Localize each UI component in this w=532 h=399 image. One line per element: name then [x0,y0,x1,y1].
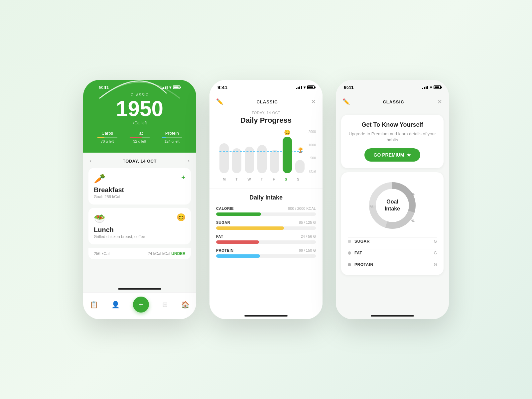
modal-header-3: ✏️ CLASSIC ✕ [336,93,449,111]
wifi-icon-3: ▾ [430,85,432,90]
donut-chart: % % % GoalIntake [366,179,419,232]
intake-section: Daily Intake CALORIE 900 / 2000 KCAL SUG… [209,189,323,315]
add-breakfast-button[interactable]: + [181,173,186,182]
status-bar-3: 9:41 ▾ [336,80,449,93]
protein-label: PROTEIN [216,248,233,252]
fat-track [216,240,316,244]
nav-overview-icon[interactable]: ⊞ [162,301,168,309]
date-nav: ‹ TODAY, 14 OCT › [83,153,196,168]
home-indicator [118,288,161,290]
go-premium-button[interactable]: GO PREMIUM ★ [364,148,421,162]
protein-track [216,254,316,258]
lunch-status-icon: 😊 [177,213,186,222]
wifi-icon-2: ▾ [304,85,306,90]
edit-icon-3[interactable]: ✏️ [342,98,350,105]
macro-fat-left: 32 g left [130,139,150,143]
home-indicator-3 [371,315,414,317]
macro-fat: Fat 32 g left [130,131,150,143]
chart-y-labels: 2000 1000 500 kCal [309,130,316,173]
prev-day-arrow[interactable]: ‹ [90,158,91,164]
sugar-fill [216,226,284,230]
chart-bar-s2 [295,160,305,173]
chart-label-f: F [273,177,275,181]
sugar-value: 85 / 125 G [299,220,316,224]
nav-diary-icon[interactable]: 📋 [90,301,98,309]
meal-summary: 256 kCal 24 kCal kCal UNDER [88,248,191,259]
svg-text:%: % [370,205,373,209]
modal-title-3: CLASSIC [383,99,404,104]
protain-legend-value: G [434,262,437,267]
progress-title: Daily Progress [216,116,316,125]
signal-icon-2 [296,86,302,89]
sugar-track [216,226,316,230]
chart-bar-s1 [283,137,292,173]
calorie-track [216,212,316,216]
nav-profile-icon[interactable]: 👤 [111,301,120,309]
protein-value: 66 / 150 G [299,248,316,252]
legend-protain: PROTAIN G [348,261,437,268]
total-kcal: 256 kCal [94,251,109,256]
date-title: TODAY, 14 OCT [123,159,157,164]
bottom-nav: 📋 👤 + ⊞ 🏠 [83,292,196,319]
lunch-desc: Grilled chicken breast, coffee [94,234,186,239]
chart-label-m: M [223,177,226,181]
intake-title: Daily Intake [216,194,316,201]
phone-progress: 9:41 ▾ ✏️ CLASSIC ✕ TODAY, 14 OCT Daily … [209,80,323,319]
chart-bar-f [270,150,279,173]
home-indicator-2 [244,315,288,317]
status-icons-2: ▾ [296,85,315,90]
breakfast-card: 🥕 + Breakfast Goal: 256 kCal [88,168,191,204]
kcal-label: kCal left [91,121,188,125]
battery-icon-3 [434,85,441,89]
fat-legend-name: FAT [354,251,362,255]
lunch-name: Lunch [94,226,186,234]
status-icons-3: ▾ [422,85,441,90]
chart-bars: 🏆 [219,130,313,173]
chart-label-s1: S [285,177,287,181]
status-time-3: 9:41 [344,84,354,90]
macro-carbs: Carbs 70 g left [97,131,117,143]
premium-card: Get To Know Yourself Upgrade to Premium … [341,115,444,168]
chart-bar-w [245,147,254,173]
macros-row: Carbs 70 g left Fat 32 g left Protein 12… [91,131,188,143]
legend-sugar: SUGAR G [348,237,437,245]
next-day-arrow[interactable]: › [188,158,190,164]
protein-intake: PROTEIN 66 / 150 G [216,248,316,258]
chart-label-s2: S [297,177,299,181]
svg-text:%: % [411,192,415,196]
sugar-label: SUGAR [216,220,230,224]
chart-bar-t1 [232,148,241,173]
macro-protein: Protein 124 g left [162,131,182,143]
nav-recipes-icon[interactable]: 🏠 [181,301,190,309]
lunch-emoji: 🥗 [94,213,105,224]
protain-legend-name: PROTAIN [354,262,373,267]
breakfast-name: Breakfast [94,186,186,194]
phone-premium: 9:41 ▾ ✏️ CLASSIC ✕ Get To Know Yourself… [336,80,449,319]
weekly-chart: 🏆 [216,130,316,183]
close-icon[interactable]: ✕ [311,98,316,105]
star-icon: ★ [407,152,411,158]
calorie-intake: CALORIE 900 / 2000 KCAL [216,206,316,216]
trophy-icon: 🏆 [298,147,303,153]
fat-intake: FAT 24 / 56 G [216,234,316,244]
modal-title-2: CLASSIC [256,99,278,104]
chart-label-t1: T [235,177,238,181]
chart-labels: M T W T F S S [219,176,313,181]
status-time-2: 9:41 [217,84,227,90]
calorie-number: 1950 [91,98,188,119]
phone-tracker: 9:41 ▾ CLASSIC 1950 kCal left Carbs [83,80,196,319]
add-food-fab[interactable]: + [133,297,149,313]
edit-icon[interactable]: ✏️ [216,98,223,105]
macro-protein-name: Protein [162,131,182,136]
chart-bar-t2 [257,145,267,173]
macro-carbs-left: 70 g left [97,139,117,143]
progress-section: TODAY, 14 OCT Daily Progress 🏆 [209,111,323,189]
chart-bar-m [219,143,229,173]
breakfast-goal: Goal: 256 kCal [94,195,186,199]
close-icon-3[interactable]: ✕ [437,98,442,105]
status-bar-2: 9:41 ▾ [209,80,323,93]
svg-text:%: % [411,219,415,223]
legend-fat: FAT G [348,249,437,257]
lunch-card: 🥗 😊 Lunch Grilled chicken breast, coffee [88,208,191,244]
fat-legend-value: G [434,251,437,255]
